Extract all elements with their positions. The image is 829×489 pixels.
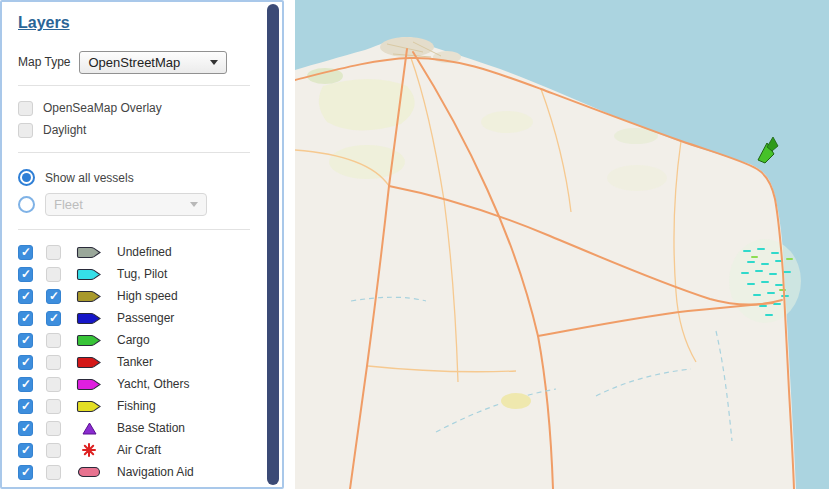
divider: [18, 85, 250, 86]
show-all-vessels-label: Show all vessels: [45, 171, 134, 185]
farmland-patch: [607, 165, 667, 191]
vessel-show-checkbox[interactable]: [18, 377, 33, 392]
vessel-type-row: Passenger: [18, 307, 250, 329]
daylight-label: Daylight: [43, 123, 86, 137]
vessel-type-label: Base Station: [117, 421, 185, 435]
vessel-type-label: High speed: [117, 289, 178, 303]
vessel-type-label: Passenger: [117, 311, 174, 325]
app-window: Layers Map Type OpenStreetMap OpenSeaMap…: [0, 0, 829, 489]
show-all-vessels-radio[interactable]: [18, 169, 35, 186]
vessel-type-row: Tug, Pilot: [18, 263, 250, 285]
fleet-select[interactable]: Fleet: [45, 193, 207, 216]
vessel-type-icon: [74, 356, 104, 369]
vessel-show-checkbox[interactable]: [18, 465, 33, 480]
vessel-type-icon: [74, 268, 104, 281]
chevron-down-icon: [210, 60, 218, 65]
vessel-show-checkbox[interactable]: [18, 399, 33, 414]
vessel-highlight-checkbox[interactable]: [46, 267, 61, 282]
vessel-highlight-checkbox[interactable]: [46, 311, 61, 326]
vessel-show-checkbox[interactable]: [18, 443, 33, 458]
chevron-down-icon: [190, 202, 198, 207]
fleet-radio[interactable]: [18, 196, 35, 213]
daylight-checkbox[interactable]: [18, 123, 33, 138]
vessel-type-list: Undefined Tug, Pilot High speed Passenge…: [18, 241, 250, 483]
vessel-highlight-checkbox[interactable]: [46, 245, 61, 260]
vessel-type-row: Air Craft: [18, 439, 250, 461]
map-type-row: Map Type OpenStreetMap: [18, 50, 250, 74]
vessel-show-checkbox[interactable]: [18, 267, 33, 282]
vessel-type-row: Undefined: [18, 241, 250, 263]
layers-panel-content: Layers Map Type OpenStreetMap OpenSeaMap…: [2, 2, 264, 489]
vessel-show-checkbox[interactable]: [18, 421, 33, 436]
vessel-type-icon: [74, 422, 104, 435]
vessel-highlight-checkbox[interactable]: [46, 443, 61, 458]
vessel-highlight-checkbox[interactable]: [46, 355, 61, 370]
vessel-highlight-checkbox[interactable]: [46, 333, 61, 348]
map-type-label: Map Type: [18, 55, 70, 69]
vessel-type-label: Cargo: [117, 333, 150, 347]
vessel-type-icon: [74, 312, 104, 325]
vessel-show-checkbox[interactable]: [18, 289, 33, 304]
vessel-type-row: High speed: [18, 285, 250, 307]
daylight-row: Daylight: [18, 119, 250, 141]
vessel-type-icon: [74, 443, 104, 457]
vessel-type-row: Fishing: [18, 395, 250, 417]
map-type-select[interactable]: OpenStreetMap: [79, 51, 227, 74]
vessel-type-row: Tanker: [18, 351, 250, 373]
fleet-placeholder: Fleet: [54, 197, 83, 212]
show-all-vessels-row: Show all vessels: [18, 164, 250, 191]
vessel-type-label: Navigation Aid: [117, 465, 194, 479]
vessel-type-row: Cargo: [18, 329, 250, 351]
vessel-highlight-checkbox[interactable]: [46, 399, 61, 414]
layers-title-link[interactable]: Layers: [18, 14, 70, 32]
vessel-type-icon: [74, 400, 104, 413]
vessel-highlight-checkbox[interactable]: [46, 421, 61, 436]
vessel-highlight-checkbox[interactable]: [46, 377, 61, 392]
vessel-type-label: Undefined: [117, 245, 172, 259]
vessel-highlight-checkbox[interactable]: [46, 465, 61, 480]
vessel-show-checkbox[interactable]: [18, 245, 33, 260]
divider: [18, 152, 250, 153]
vessel-type-icon: [74, 246, 104, 259]
vessel-type-row: Navigation Aid: [18, 461, 250, 483]
sand-area: [501, 393, 531, 409]
vessel-type-icon: [74, 466, 104, 478]
vessel-show-checkbox[interactable]: [18, 311, 33, 326]
vessel-type-icon: [74, 290, 104, 303]
vessel-type-icon: [74, 334, 104, 347]
fleet-row: Fleet: [18, 191, 250, 218]
vessel-type-icon: [74, 378, 104, 391]
vessel-highlight-checkbox[interactable]: [46, 289, 61, 304]
openseamap-overlay-checkbox[interactable]: [18, 101, 33, 116]
vessel-type-label: Tanker: [117, 355, 153, 369]
map-canvas[interactable]: [295, 0, 829, 489]
map-type-selected-value: OpenStreetMap: [88, 55, 180, 70]
vessel-show-checkbox[interactable]: [18, 355, 33, 370]
vessel-show-checkbox[interactable]: [18, 333, 33, 348]
vessel-type-label: Yacht, Others: [117, 377, 189, 391]
vessel-type-label: Fishing: [117, 399, 156, 413]
map-svg: [295, 0, 829, 489]
openseamap-overlay-label: OpenSeaMap Overlay: [43, 101, 162, 115]
vessel-type-row: Yacht, Others: [18, 373, 250, 395]
openseamap-overlay-row: OpenSeaMap Overlay: [18, 97, 250, 119]
vessel-type-label: Tug, Pilot: [117, 267, 167, 281]
layers-panel: Layers Map Type OpenStreetMap OpenSeaMap…: [0, 0, 284, 489]
divider: [18, 229, 250, 230]
panel-scrollbar[interactable]: [267, 4, 279, 485]
vessel-type-row: Base Station: [18, 417, 250, 439]
farmland-patch: [481, 111, 533, 133]
vessel-type-label: Air Craft: [117, 443, 161, 457]
